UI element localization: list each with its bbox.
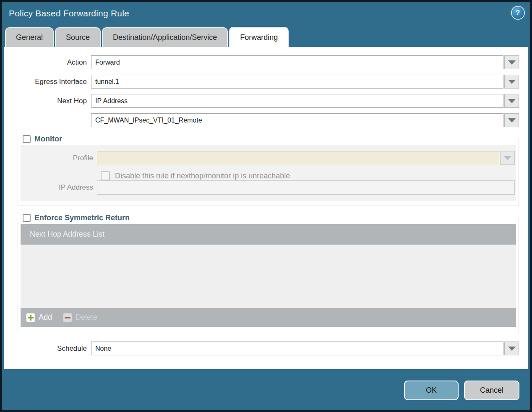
chevron-down-icon [508, 60, 516, 65]
next-hop-address-input[interactable] [91, 113, 503, 127]
action-label: Action [4, 58, 91, 67]
next-hop-combo [91, 94, 519, 108]
delete-button-label: Delete [76, 313, 97, 322]
egress-interface-row: Egress Interface [4, 75, 519, 89]
monitor-section: Monitor Profile Disable this rule if nex… [18, 135, 519, 206]
tab-source[interactable]: Source [55, 27, 101, 47]
action-combo [91, 55, 519, 69]
enforce-symmetric-return-legend-label: Enforce Symmetric Return [34, 214, 130, 222]
enforce-symmetric-return-legend: Enforce Symmetric Return [21, 214, 132, 222]
minus-icon [63, 313, 72, 322]
action-input[interactable] [91, 55, 503, 69]
next-hop-address-list-toolbar: Add Delete [21, 308, 516, 327]
next-hop-row: Next Hop [4, 94, 519, 108]
next-hop-address-list-header: Next Hop Address List [21, 224, 516, 245]
profile-row: Profile [21, 151, 515, 165]
monitor-checkbox[interactable] [23, 135, 31, 143]
tab-bar: General Source Destination/Application/S… [2, 27, 530, 47]
chevron-down-icon [508, 99, 516, 103]
schedule-input[interactable] [91, 342, 503, 355]
egress-interface-combo [91, 75, 519, 89]
monitor-ip-address-field [97, 180, 515, 195]
dialog-title: Policy Based Forwarding Rule [9, 8, 530, 18]
next-hop-address-dropdown-button[interactable] [504, 113, 519, 127]
schedule-combo [91, 342, 519, 355]
profile-label: Profile [21, 154, 97, 162]
cancel-button[interactable]: Cancel [464, 381, 519, 400]
dialog-footer: OK Cancel [2, 369, 530, 409]
action-row: Action [4, 55, 519, 69]
help-icon[interactable]: ? [512, 7, 524, 19]
monitor-panel: Profile Disable this rule if nexthop/mon… [21, 145, 516, 201]
plus-icon [26, 313, 35, 322]
monitor-ip-address-label: IP Address [21, 183, 97, 192]
next-hop-address-combo [91, 113, 519, 127]
profile-combo [97, 151, 515, 165]
disable-rule-label: Disable this rule if nexthop/monitor ip … [115, 172, 290, 180]
chevron-down-icon [508, 80, 516, 84]
chevron-down-icon [508, 347, 516, 351]
forwarding-tab-panel: Action Egress Interface Next Hop [4, 47, 528, 369]
egress-interface-dropdown-button[interactable] [504, 75, 519, 89]
title-bar: Policy Based Forwarding Rule ? [2, 2, 530, 27]
enforce-symmetric-return-checkbox[interactable] [23, 214, 31, 222]
monitor-ip-address-row: IP Address [21, 180, 515, 195]
tab-destination-application-service[interactable]: Destination/Application/Service [102, 27, 228, 47]
policy-based-forwarding-rule-dialog: Policy Based Forwarding Rule ? General S… [0, 0, 532, 412]
next-hop-address-row [4, 113, 519, 127]
next-hop-address-list-table: Next Hop Address List Add Delete [21, 224, 516, 327]
ok-button[interactable]: OK [404, 381, 459, 400]
schedule-label: Schedule [4, 344, 91, 353]
monitor-legend-label: Monitor [34, 135, 62, 143]
chevron-down-icon [508, 118, 516, 123]
disable-rule-checkbox [101, 171, 110, 180]
egress-interface-input[interactable] [91, 75, 503, 89]
next-hop-dropdown-button[interactable] [504, 94, 519, 108]
tab-general[interactable]: General [5, 27, 54, 47]
chevron-down-icon [504, 156, 511, 160]
tab-forwarding[interactable]: Forwarding [229, 27, 289, 47]
disable-rule-row: Disable this rule if nexthop/monitor ip … [101, 171, 516, 180]
profile-dropdown-button [500, 151, 515, 165]
egress-interface-label: Egress Interface [4, 78, 91, 86]
enforce-symmetric-return-section: Enforce Symmetric Return Next Hop Addres… [18, 214, 519, 333]
add-button-label: Add [39, 313, 52, 322]
monitor-ip-address-input [97, 180, 515, 195]
monitor-legend: Monitor [21, 135, 64, 143]
next-hop-type-input[interactable] [91, 94, 503, 108]
action-dropdown-button[interactable] [504, 55, 519, 69]
schedule-dropdown-button[interactable] [504, 342, 519, 355]
delete-button: Delete [63, 313, 97, 322]
add-button[interactable]: Add [26, 313, 52, 322]
schedule-row: Schedule [4, 342, 519, 355]
next-hop-label: Next Hop [4, 97, 91, 105]
next-hop-address-list-body[interactable] [21, 245, 516, 308]
profile-input [97, 151, 499, 165]
